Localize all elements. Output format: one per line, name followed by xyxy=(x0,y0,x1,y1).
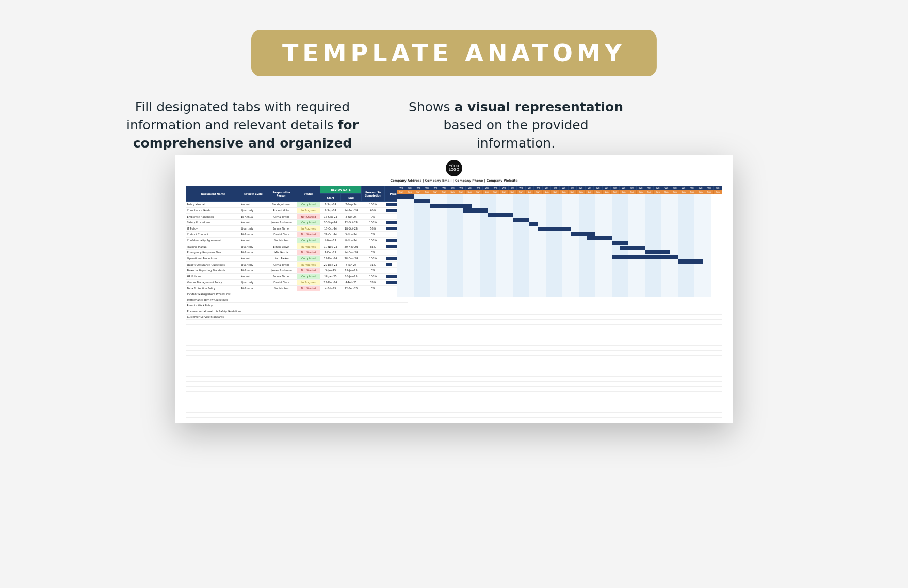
th-end: End xyxy=(341,194,362,202)
table-row: Employee HandbookBi-AnnualOlivia TaylorN… xyxy=(186,214,408,220)
table-row: Safety ProceduresAnnualJames AndersonCom… xyxy=(186,219,408,225)
company-info: Company Address | Company Email | Compan… xyxy=(390,178,517,182)
table-row: Emergency Response PlanBi-AnnualMia Garc… xyxy=(186,250,408,256)
table-row: Code of ConductBi-AnnualDaniel ClarkNot … xyxy=(186,232,408,238)
th-start: Start xyxy=(320,194,341,202)
table-row: Compliance GuideQuarterlyRobert MillerIn… xyxy=(186,207,408,214)
gantt-bar xyxy=(463,208,488,213)
th-person: Responsible Person xyxy=(266,186,297,202)
gantt-bar xyxy=(612,255,678,259)
table-row: Confidentiality AgreementAnnualSophie Le… xyxy=(186,237,408,243)
th-document: Document Name xyxy=(186,186,240,202)
caption-right: Shows a visual representation based on t… xyxy=(397,98,635,152)
table-row: HR PoliciesAnnualEmma TurnerCompleted18-… xyxy=(186,273,408,280)
gantt-bar xyxy=(538,227,571,231)
gantt-bar xyxy=(612,241,628,245)
gantt-bar xyxy=(620,246,645,250)
gantt-bar xyxy=(529,222,538,226)
table-row: Policy ManualAnnualSarah JohnsonComplete… xyxy=(186,202,408,208)
empty-rows xyxy=(186,294,722,418)
table-row: Financial Reporting StandardsBi-AnnualJa… xyxy=(186,267,408,273)
th-cycle: Review Cycle xyxy=(240,186,266,202)
table-row: Quality Assurance GuidelinesQuarterlyOli… xyxy=(186,262,408,268)
gantt-bar xyxy=(645,250,670,254)
gantt-bar xyxy=(571,232,595,236)
logo-placeholder: YOUR LOGO xyxy=(446,160,462,176)
gantt-bar xyxy=(430,204,472,208)
th-pct: Percent To Completion xyxy=(362,186,385,202)
gantt-bar xyxy=(397,194,414,199)
gantt-bar xyxy=(488,213,513,217)
gantt-bar xyxy=(414,199,430,203)
table-row: Training ManualQuarterlyEthan BrownIn Pr… xyxy=(186,243,408,250)
page-title: TEMPLATE ANATOMY xyxy=(251,30,657,76)
table-row: Operational ProceduresAnnualLiam ParkerC… xyxy=(186,255,408,262)
gantt-bar xyxy=(587,236,612,240)
th-review: REVIEW DATE xyxy=(320,186,362,194)
gantt-bar xyxy=(513,218,529,222)
spreadsheet-preview: YOUR LOGO Company Address | Company Emai… xyxy=(175,155,733,423)
table-row: Data Protection PolicyBi-AnnualSophie Le… xyxy=(186,285,408,291)
table-row: IT PolicyQuarterlyEmma TurnerIn Progress… xyxy=(186,225,408,232)
gantt-bar xyxy=(678,259,703,264)
table-row: Vendor Management PolicyQuarterlyDaniel … xyxy=(186,280,408,286)
th-status: Status xyxy=(297,186,320,202)
